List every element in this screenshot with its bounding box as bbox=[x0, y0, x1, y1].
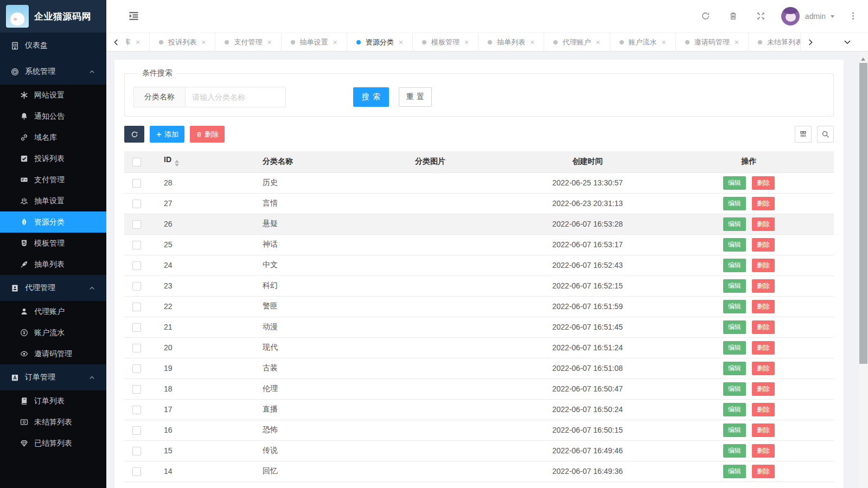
tab-template-management[interactable]: 模板管理 × bbox=[413, 33, 478, 51]
edit-button[interactable]: 编辑 bbox=[723, 300, 746, 313]
row-checkbox[interactable] bbox=[132, 282, 141, 291]
tab-close-icon[interactable]: × bbox=[596, 38, 600, 46]
reset-button[interactable]: 重置 bbox=[399, 87, 432, 107]
sidebar-item-complaint-list[interactable]: 投诉列表 bbox=[0, 148, 106, 169]
batch-delete-button[interactable]: 删除 bbox=[190, 126, 225, 143]
row-checkbox[interactable] bbox=[132, 364, 141, 373]
sidebar-item-order-management[interactable]: 订单管理 bbox=[0, 364, 106, 390]
logo[interactable]: 企业猫源码网 bbox=[0, 0, 106, 33]
delete-button[interactable]: 删除 bbox=[752, 423, 775, 437]
sidebar-item-resource-category[interactable]: 资源分类 bbox=[0, 211, 106, 233]
tab-payment-management[interactable]: 支付管理 × bbox=[215, 33, 281, 51]
sidebar-item-agent-management[interactable]: 代理管理 bbox=[0, 275, 106, 301]
tab-close-icon[interactable]: × bbox=[267, 38, 271, 46]
tab-draw-settings[interactable]: 抽单设置 × bbox=[282, 33, 347, 51]
user-menu[interactable]: admin bbox=[805, 12, 835, 21]
sidebar-item-draw-settings[interactable]: 抽单设置 bbox=[0, 190, 106, 211]
tab-resource-category[interactable]: 资源分类 × bbox=[347, 33, 413, 51]
tab-account-flow[interactable]: 账户流水 × bbox=[610, 33, 676, 51]
row-checkbox[interactable] bbox=[132, 426, 141, 435]
column-header-id[interactable]: ID bbox=[149, 151, 247, 172]
row-checkbox[interactable] bbox=[132, 447, 141, 455]
delete-button[interactable]: 删除 bbox=[752, 382, 775, 396]
trash-button[interactable] bbox=[729, 11, 738, 21]
delete-button[interactable]: 删除 bbox=[752, 403, 775, 416]
sidebar-item-payment-management[interactable]: 支付管理 bbox=[0, 169, 106, 190]
delete-button[interactable]: 删除 bbox=[752, 259, 775, 272]
row-checkbox[interactable] bbox=[132, 344, 141, 352]
row-checkbox[interactable] bbox=[132, 200, 141, 208]
edit-button[interactable]: 编辑 bbox=[723, 279, 746, 293]
delete-button[interactable]: 删除 bbox=[752, 465, 775, 478]
delete-button[interactable]: 删除 bbox=[752, 320, 775, 334]
edit-button[interactable]: 编辑 bbox=[723, 382, 746, 396]
delete-button[interactable]: 删除 bbox=[752, 176, 775, 190]
row-checkbox[interactable] bbox=[132, 303, 141, 311]
delete-button[interactable]: 删除 bbox=[752, 197, 775, 210]
sidebar-item-agent-account[interactable]: 代理账户 bbox=[0, 301, 106, 322]
edit-button[interactable]: 编辑 bbox=[723, 362, 746, 375]
sidebar-item-domain-library[interactable]: 域名库 bbox=[0, 127, 106, 148]
tab-close-icon[interactable]: × bbox=[136, 38, 140, 46]
edit-button[interactable]: 编辑 bbox=[723, 423, 746, 437]
refresh-table-button[interactable] bbox=[124, 126, 144, 143]
tab-close-icon[interactable]: × bbox=[333, 38, 337, 46]
search-button[interactable]: 搜索 bbox=[353, 87, 389, 107]
edit-button[interactable]: 编辑 bbox=[723, 444, 746, 458]
tab-close-icon[interactable]: × bbox=[530, 38, 534, 46]
sidebar-item-template-management[interactable]: 模板管理 bbox=[0, 233, 106, 254]
tab-close-icon[interactable]: × bbox=[464, 38, 469, 46]
row-checkbox[interactable] bbox=[132, 220, 141, 229]
sidebar-item-system-management[interactable]: 系统管理 bbox=[0, 59, 106, 85]
sidebar-toggle-button[interactable] bbox=[128, 10, 140, 22]
tab-close-icon[interactable]: × bbox=[662, 38, 666, 46]
edit-button[interactable]: 编辑 bbox=[723, 465, 746, 478]
tabs-scroll-right-button[interactable] bbox=[801, 33, 820, 51]
edit-button[interactable]: 编辑 bbox=[723, 259, 746, 272]
edit-button[interactable]: 编辑 bbox=[723, 238, 746, 252]
delete-button[interactable]: 删除 bbox=[752, 341, 775, 355]
tabs-scroll-left-button[interactable] bbox=[106, 33, 126, 51]
fullscreen-button[interactable] bbox=[756, 11, 766, 21]
sidebar-item-unsettled-list[interactable]: 未结算列表 bbox=[0, 412, 106, 433]
tab-invite-code-management[interactable]: 邀请码管理 × bbox=[676, 33, 749, 51]
row-checkbox[interactable] bbox=[132, 261, 141, 270]
toggle-columns-button[interactable] bbox=[795, 126, 812, 143]
scrollbar-track[interactable] bbox=[859, 52, 868, 488]
sidebar-item-order-list[interactable]: 订单列表 bbox=[0, 390, 106, 412]
edit-button[interactable]: 编辑 bbox=[723, 197, 746, 210]
sidebar-item-settled-list[interactable]: 已结算列表 bbox=[0, 433, 106, 454]
edit-button[interactable]: 编辑 bbox=[723, 217, 746, 231]
tab-close-icon[interactable]: × bbox=[735, 38, 739, 46]
delete-button[interactable]: 删除 bbox=[752, 444, 775, 458]
avatar[interactable] bbox=[781, 7, 800, 25]
sidebar-item-site-settings[interactable]: 网站设置 bbox=[0, 85, 106, 106]
row-checkbox[interactable] bbox=[132, 385, 141, 394]
delete-button[interactable]: 删除 bbox=[752, 362, 775, 375]
tab-unsettled-list[interactable]: 未结算列表 × bbox=[749, 33, 801, 51]
delete-button[interactable]: 删除 bbox=[752, 300, 775, 313]
table-search-button[interactable] bbox=[817, 126, 834, 143]
tab-complaint-list[interactable]: 投诉列表 × bbox=[150, 33, 215, 51]
edit-button[interactable]: 编辑 bbox=[723, 341, 746, 355]
row-checkbox[interactable] bbox=[132, 179, 141, 188]
add-button[interactable]: 添加 bbox=[150, 126, 184, 143]
sidebar-item-account-flow[interactable]: 账户流水 bbox=[0, 322, 106, 343]
more-menu-button[interactable] bbox=[848, 11, 858, 21]
sidebar-item-dashboard[interactable]: 仪表盘 bbox=[0, 33, 106, 59]
row-checkbox[interactable] bbox=[132, 241, 141, 249]
edit-button[interactable]: 编辑 bbox=[723, 320, 746, 334]
sidebar-item-notice[interactable]: 通知公告 bbox=[0, 106, 106, 127]
select-all-checkbox[interactable] bbox=[132, 158, 141, 166]
tab-close-icon[interactable]: × bbox=[201, 38, 206, 46]
tab-close-icon[interactable]: × bbox=[399, 38, 403, 46]
row-checkbox[interactable] bbox=[132, 323, 141, 332]
edit-button[interactable]: 编辑 bbox=[723, 403, 746, 416]
scrollbar-thumb[interactable] bbox=[859, 63, 867, 364]
sidebar-item-invite-code-management[interactable]: 邀请码管理 bbox=[0, 343, 106, 364]
row-checkbox[interactable] bbox=[132, 467, 141, 476]
delete-button[interactable]: 删除 bbox=[752, 238, 775, 252]
row-checkbox[interactable] bbox=[132, 406, 141, 414]
category-name-input[interactable] bbox=[186, 87, 286, 107]
tab-agent-account[interactable]: 代理账户 × bbox=[544, 33, 610, 51]
